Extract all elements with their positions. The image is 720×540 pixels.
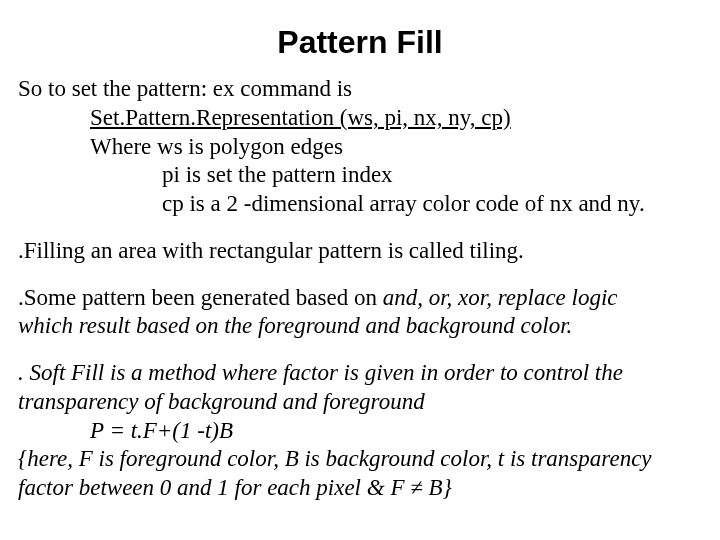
text-line: Where ws is polygon edges [18, 133, 702, 162]
function-call: Set.Pattern.Representation (ws, pi, nx, … [90, 105, 511, 130]
text-line: factor between 0 and 1 for each pixel & … [18, 474, 702, 503]
slide-title: Pattern Fill [18, 24, 702, 61]
text-line: .Filling an area with rectangular patter… [18, 237, 702, 266]
text-line: Set.Pattern.Representation (ws, pi, nx, … [18, 104, 702, 133]
text-span: .Some pattern been generated based on [18, 285, 383, 310]
text-span: Soft Fill is a method where factor is gi… [30, 360, 623, 385]
text-span-italic: and, or, xor, replace logic [383, 285, 618, 310]
equation-line: P = t.F+(1 -t)B [18, 417, 702, 446]
text-line: which result based on the foreground and… [18, 312, 702, 341]
text-span: . [18, 360, 30, 385]
slide: Pattern Fill So to set the pattern: ex c… [0, 0, 720, 540]
text-line: transparency of background and foregroun… [18, 388, 702, 417]
text-line: So to set the pattern: ex command is [18, 75, 702, 104]
slide-body: So to set the pattern: ex command is Set… [18, 75, 702, 503]
text-line: .Some pattern been generated based on an… [18, 284, 702, 313]
text-line: . Soft Fill is a method where factor is … [18, 359, 702, 388]
text-line: cp is a 2 -dimensional array color code … [18, 190, 702, 219]
text-line: {here, F is foreground color, B is backg… [18, 445, 702, 474]
text-line: pi is set the pattern index [18, 161, 702, 190]
